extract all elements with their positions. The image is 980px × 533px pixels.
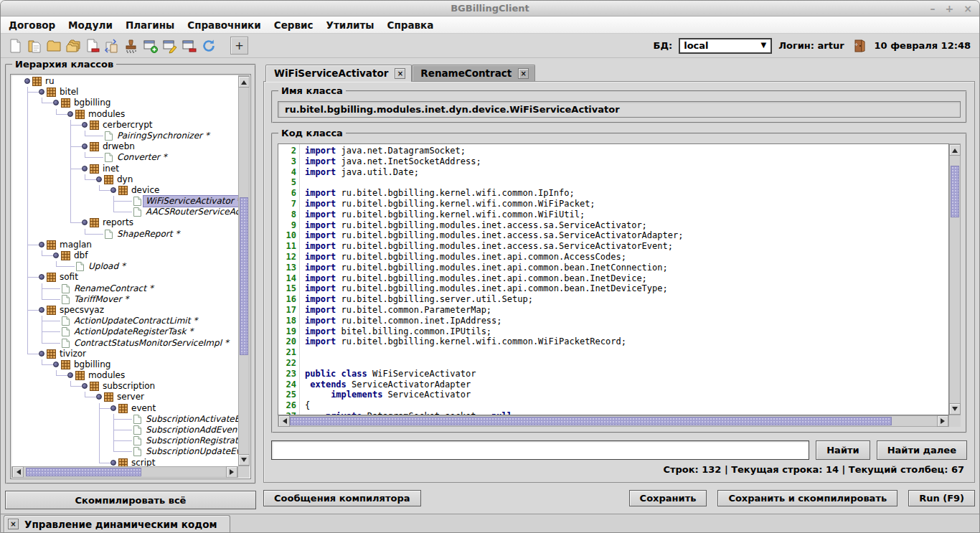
tree-item-label[interactable]: tivizor (57, 349, 88, 359)
tree-item-sofit[interactable]: sofit (11, 272, 238, 283)
tree-item-script[interactable]: script (11, 458, 238, 466)
tree-item-label[interactable]: event (129, 403, 158, 414)
delete-document-icon[interactable] (84, 37, 101, 55)
refresh-icon[interactable] (200, 37, 217, 55)
tree-item-label[interactable]: inet (100, 164, 121, 174)
tree-item-label[interactable]: drwebn (100, 141, 137, 152)
tree-item-label[interactable]: ContractStatusMonitorServiceImpl * (72, 338, 231, 349)
tree-item-device[interactable]: device (11, 185, 238, 196)
tree-item-label[interactable]: SubscriptionActivateE (143, 414, 238, 425)
tree-item-subscriptionaddeven[interactable]: SubscriptionAddEven (11, 425, 238, 435)
tree-item-label[interactable]: device (129, 185, 161, 196)
close-icon[interactable]: × (8, 519, 19, 529)
tree-item-bgbilling[interactable]: bgbilling (11, 98, 238, 108)
tree-item-label[interactable]: ru (43, 76, 57, 87)
tree-item-pairingsynchronizer[interactable]: PairingSynchronizer * (11, 131, 238, 141)
tree-item-modules[interactable]: modules (11, 370, 238, 381)
tree-item-label[interactable]: modules (86, 109, 127, 120)
tab-renamecontract[interactable]: RenameContract× (412, 65, 535, 81)
tree-item-subscriptionregistrat[interactable]: SubscriptionRegistrat (11, 435, 238, 446)
tree-item-label[interactable]: SubscriptionRegistrat (143, 435, 238, 446)
tree-item-drwebn[interactable]: drwebn (11, 141, 238, 152)
tab-wifiserviceactivator[interactable]: WiFiServiceActivator× (265, 65, 412, 82)
scroll-down-button[interactable] (238, 454, 250, 466)
save-button[interactable]: Сохранить (629, 490, 707, 506)
scrollbar-thumb[interactable] (240, 197, 248, 355)
tree-item-label[interactable]: specsvyaz (57, 305, 106, 316)
find-button[interactable]: Найти (816, 440, 870, 460)
scroll-down-button[interactable] (949, 403, 961, 415)
tree-item-dbf[interactable]: dbf (11, 250, 238, 261)
tree-item-label[interactable]: SubscriptionAddEven (143, 425, 238, 435)
class-tree[interactable]: rubitelbgbillingmodulescerbercryptPairin… (10, 74, 251, 479)
menu-item-1[interactable]: Договор (2, 16, 62, 34)
tree-item-label[interactable]: server (115, 392, 146, 402)
tree-item-label[interactable]: ActionUpdateContractLimit * (72, 316, 199, 326)
tree-item-label[interactable]: ActionUpdateRegisterTask * (72, 326, 195, 337)
close-button[interactable]: × (963, 1, 972, 16)
folders-icon[interactable] (65, 37, 82, 55)
tree-item-bgbilling[interactable]: bgbilling (11, 359, 238, 370)
minimize-button[interactable]: – (930, 1, 936, 16)
tree-item-label[interactable]: RenameContract * (72, 283, 156, 294)
tree-item-actionupdatecontractlimit[interactable]: ActionUpdateContractLimit * (11, 316, 238, 326)
menu-item-3[interactable]: Плагины (119, 16, 181, 34)
new-document-icon[interactable] (6, 37, 24, 55)
tab-close-icon[interactable]: × (518, 68, 529, 79)
tree-item-renamecontract[interactable]: RenameContract * (11, 283, 238, 294)
scroll-up-button[interactable] (949, 144, 961, 156)
tree-item-label[interactable]: Upload * (86, 261, 128, 272)
scrollbar-thumb[interactable] (290, 417, 892, 425)
tree-item-subscriptionupdateev[interactable]: SubscriptionUpdateEv (11, 446, 238, 457)
tree-item-label[interactable]: script (129, 458, 157, 466)
tree-item-subscription[interactable]: subscription (11, 381, 238, 392)
tree-item-label[interactable]: sofit (57, 272, 80, 283)
code-vertical-scrollbar[interactable] (949, 143, 961, 415)
scrollbar-thumb[interactable] (26, 468, 141, 476)
tree-item-label[interactable]: bgbilling (72, 98, 113, 108)
scroll-left-button[interactable] (12, 466, 24, 478)
tree-vertical-scrollbar[interactable] (238, 75, 250, 466)
tree-item-tivizor[interactable]: tivizor (11, 349, 238, 359)
search-input[interactable] (271, 440, 809, 460)
tree-item-label[interactable]: reports (100, 217, 136, 228)
tree-item-label[interactable]: Converter * (115, 152, 169, 163)
tree-item-inet[interactable]: inet (11, 164, 238, 174)
code-text[interactable]: import java.net.DatagramSocket;import ja… (300, 144, 948, 415)
tree-item-upload[interactable]: Upload * (11, 261, 238, 272)
scrollbar-thumb[interactable] (951, 166, 959, 217)
tree-item-label[interactable]: modules (86, 370, 127, 381)
tree-item-label[interactable]: TariffMover * (72, 294, 131, 305)
maximize-button[interactable]: + (946, 1, 954, 16)
tree-item-label[interactable]: dyn (115, 174, 135, 185)
menu-item-2[interactable]: Модули (62, 16, 119, 34)
tree-item-label[interactable]: PairingSynchronizer * (115, 131, 212, 141)
menu-item-4[interactable]: Справочники (181, 16, 268, 34)
tree-item-label[interactable]: subscription (100, 381, 157, 392)
db-select[interactable]: local ▼ (679, 38, 772, 54)
save-and-compile-button[interactable]: Сохранить и скомпилировать (717, 490, 897, 506)
open-document-icon[interactable] (26, 37, 43, 55)
tree-item-label[interactable]: bitel (57, 87, 80, 98)
tree-item-ru[interactable]: ru (11, 76, 238, 87)
title-bar[interactable]: BGBillingClient – + × (1, 1, 979, 16)
exit-door-icon[interactable] (851, 37, 868, 55)
window-close-icon[interactable] (181, 37, 198, 55)
tree-item-bitel[interactable]: bitel (11, 87, 238, 98)
tree-item-dyn[interactable]: dyn (11, 174, 238, 185)
tree-item-reports[interactable]: reports (11, 217, 238, 228)
compiler-messages-button[interactable]: Сообщения компилятора (263, 490, 421, 506)
replace-document-icon[interactable] (103, 37, 121, 55)
tree-item-modules[interactable]: modules (11, 109, 238, 120)
tree-item-wifiserviceactivator[interactable]: WiFiServiceActivator * (11, 196, 238, 207)
run-button[interactable]: Run (F9) (908, 490, 975, 506)
tree-item-label[interactable]: bgbilling (72, 359, 113, 370)
tree-item-shapereport[interactable]: ShapeReport * (11, 229, 238, 240)
tree-item-label[interactable]: cerbercrypt (100, 120, 155, 131)
tree-item-actionupdateregistertask[interactable]: ActionUpdateRegisterTask * (11, 326, 238, 337)
scroll-up-button[interactable] (238, 76, 250, 88)
tree-item-label[interactable]: dbf (72, 250, 90, 261)
tree-item-cerbercrypt[interactable]: cerbercrypt (11, 120, 238, 131)
code-horizontal-scrollbar[interactable] (278, 415, 949, 427)
tree-item-server[interactable]: server (11, 392, 238, 402)
